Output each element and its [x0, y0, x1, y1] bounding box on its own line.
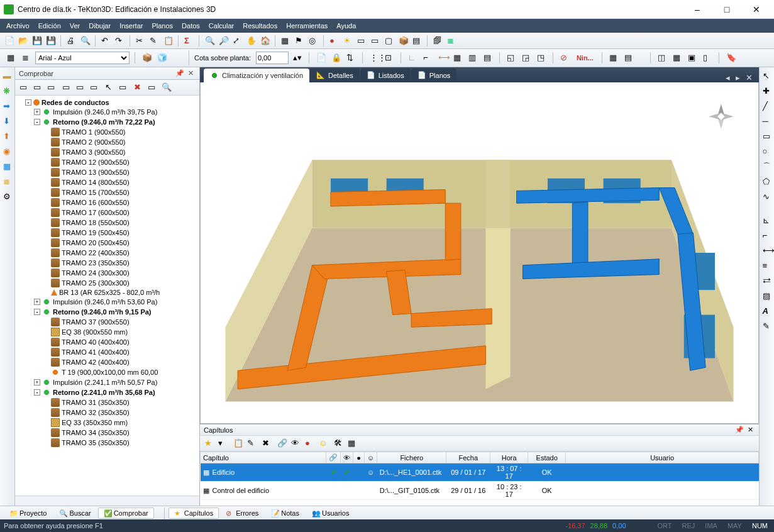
status-may[interactable]: MAY: [725, 522, 744, 529]
tree-retorno2[interactable]: -Retorno (9.246,0 m³/h 9,15 Pa): [34, 307, 198, 317]
table-row[interactable]: ▦ Edificio ✔ ✔ ☺ D:\..._HE1_0001.ctk09 /…: [201, 463, 759, 482]
btab-capitulos[interactable]: ★Capítulos: [169, 507, 219, 519]
new-file-icon[interactable]: 📄: [3, 35, 15, 47]
rt-hline-icon[interactable]: ─: [761, 115, 773, 128]
print-icon[interactable]: 🖨: [65, 35, 77, 47]
view-box-icon[interactable]: ◫: [656, 52, 668, 64]
undo-icon[interactable]: ↶: [99, 35, 112, 47]
docs-icon[interactable]: 🗐: [431, 35, 444, 47]
cut-icon[interactable]: ✂: [134, 35, 147, 47]
btab-errores[interactable]: ⊘Errores: [220, 507, 264, 519]
vt-grid-icon[interactable]: ▦: [1, 160, 14, 173]
tree-root[interactable]: -Redes de conductos: [25, 98, 198, 107]
rt-align-icon[interactable]: ≡: [761, 260, 773, 272]
box2-icon[interactable]: 📦: [140, 52, 153, 64]
btab-comprobar[interactable]: ✅Comprobar: [98, 507, 154, 519]
rt-fill-icon[interactable]: ▨: [761, 290, 773, 302]
sun-icon[interactable]: ☀: [341, 35, 354, 47]
cap-drop-icon[interactable]: ▾: [216, 437, 229, 450]
status-rej[interactable]: REJ: [680, 522, 698, 529]
tree-tramo[interactable]: TRAMO 31 (350x350): [43, 397, 198, 407]
tree-eq38[interactable]: EQ 38 (900x550 mm): [43, 327, 198, 337]
menu-herramientas[interactable]: Herramientas: [286, 22, 328, 30]
no-icon[interactable]: ⊘: [558, 52, 571, 64]
paste-icon[interactable]: 📋: [162, 35, 174, 47]
pt3-icon[interactable]: ▭: [45, 81, 58, 94]
tree-t19[interactable]: T 19 (900,00x100,00 mm 60,00: [43, 367, 198, 377]
cube3-icon[interactable]: ◳: [535, 52, 548, 64]
tree-tramo[interactable]: TRAMO 15 (700x550): [43, 187, 198, 197]
tree-retorno3[interactable]: -Retorno (2.241,0 m³/h 35,68 Pa): [34, 387, 198, 397]
view-list-icon[interactable]: ▯: [701, 52, 714, 64]
layer-icon[interactable]: ▦: [5, 52, 18, 64]
pt6-icon[interactable]: ▭: [88, 81, 101, 94]
vt-down-icon[interactable]: ⬇: [1, 115, 14, 128]
rt-swap-icon[interactable]: ⮂: [761, 275, 773, 287]
tree-tramo[interactable]: TRAMO 34 (350x350): [43, 428, 198, 438]
color-grid-icon[interactable]: ▦: [279, 35, 292, 47]
box-icon[interactable]: 📦: [397, 35, 409, 47]
pt-info-icon[interactable]: ▭: [146, 81, 158, 94]
tree-tramo[interactable]: TRAMO 41 (400x400): [43, 347, 198, 357]
box3-icon[interactable]: 🧊: [155, 52, 168, 64]
tree-tramo[interactable]: TRAMO 23 (350x350): [43, 258, 198, 268]
tree-tramo[interactable]: TRAMO 19 (500x450): [43, 228, 198, 238]
menu-datos[interactable]: Datos: [182, 22, 200, 30]
tree-tramo[interactable]: TRAMO 14 (800x550): [43, 177, 198, 187]
rt-pen-icon[interactable]: ✎: [761, 320, 773, 333]
extra2-icon[interactable]: ▤: [622, 52, 635, 64]
open-file-icon[interactable]: 📂: [16, 35, 29, 47]
rt-arc-icon[interactable]: ⌒: [761, 160, 773, 173]
table-row[interactable]: ▦ Control del edificio D:\..._GIT_0105.c…: [201, 482, 759, 500]
font-combo[interactable]: Arial - Azul: [35, 52, 130, 64]
pt-select-icon[interactable]: ▭: [117, 81, 130, 94]
vt-fan-icon[interactable]: ❋: [1, 85, 14, 97]
status-ort[interactable]: ORT: [655, 522, 675, 529]
pin-icon[interactable]: 📌: [174, 69, 186, 77]
tree-tramo[interactable]: TRAMO 16 (600x550): [43, 197, 198, 208]
btab-notas[interactable]: 📝Notas: [265, 507, 305, 519]
pt-find-icon[interactable]: 🔍: [160, 81, 172, 94]
vt-box-icon[interactable]: ▬: [1, 70, 14, 82]
cap-star-icon[interactable]: ★: [202, 437, 215, 450]
zoom-out-icon[interactable]: 🔎: [217, 35, 229, 47]
menu-edicion[interactable]: Edición: [38, 22, 61, 30]
cap-link-icon[interactable]: 🔗: [275, 437, 288, 450]
menu-ayuda[interactable]: Ayuda: [336, 22, 356, 30]
cube1-icon[interactable]: ◱: [505, 52, 517, 64]
pan-icon[interactable]: ✋: [245, 35, 257, 47]
sigma-icon[interactable]: Σ: [182, 35, 195, 47]
tool1-icon[interactable]: ▦: [451, 52, 464, 64]
vt-right-icon[interactable]: ➡: [1, 100, 14, 113]
menu-calcular[interactable]: Calcular: [209, 22, 234, 30]
pt-cursor-icon[interactable]: ↖: [103, 81, 116, 94]
view-dup-icon[interactable]: ▣: [686, 52, 699, 64]
tree-tramo[interactable]: TRAMO 22 (400x350): [43, 248, 198, 258]
tree-tramo[interactable]: TRAMO 40 (400x400): [43, 337, 198, 347]
edit-icon[interactable]: ✎: [148, 35, 160, 47]
tag-icon[interactable]: 🔖: [724, 52, 737, 64]
cap-pin-icon[interactable]: 📌: [733, 426, 746, 434]
maximize-button[interactable]: □: [713, 4, 741, 14]
rt-rect-icon[interactable]: ▭: [761, 130, 773, 143]
nin-button[interactable]: Nin...: [573, 52, 597, 64]
rt-circle-icon[interactable]: ○: [761, 145, 773, 158]
save-all-icon[interactable]: 💾: [44, 35, 57, 47]
cota-input[interactable]: [256, 52, 289, 64]
tool3-icon[interactable]: ▤: [482, 52, 494, 64]
tree-retorno1[interactable]: -Retorno (9.246,0 m³/h 72,22 Pa): [34, 117, 198, 127]
cap-tool-icon[interactable]: 🛠: [332, 437, 345, 450]
vt-up-icon[interactable]: ⬆: [1, 130, 14, 143]
pt5-icon[interactable]: ▭: [74, 81, 87, 94]
tab-prev-icon[interactable]: ◂: [723, 73, 733, 82]
minimize-button[interactable]: –: [683, 4, 711, 14]
cap-grid-icon[interactable]: ▦: [346, 437, 358, 450]
target-icon[interactable]: ◎: [307, 35, 319, 47]
tab-listados[interactable]: 📄Listados: [360, 69, 411, 82]
home-icon[interactable]: 🏠: [258, 35, 271, 47]
tree-tramo[interactable]: TRAMO 20 (500x450): [43, 238, 198, 248]
rt-text-icon[interactable]: A: [761, 305, 773, 318]
print-preview-icon[interactable]: 🔍: [79, 35, 91, 47]
tab-next-icon[interactable]: ▸: [733, 73, 743, 82]
status-num[interactable]: NUM: [749, 522, 770, 529]
